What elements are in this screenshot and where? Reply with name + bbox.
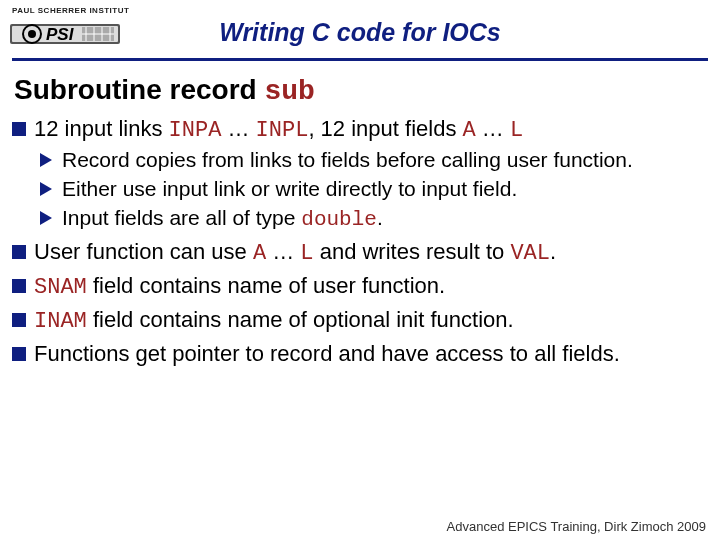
- subtitle-text: Subroutine record: [14, 74, 264, 105]
- slide-header: PAUL SCHERRER INSTITUT PSI Writing C cod…: [0, 0, 720, 58]
- code-inpa: INPA: [169, 118, 222, 143]
- text: User function can use: [34, 239, 253, 264]
- text: , 12 input fields: [308, 116, 462, 141]
- text: 12 input links: [34, 116, 169, 141]
- divider: [12, 58, 708, 61]
- text: Input fields are all of type: [62, 206, 301, 229]
- code-inpl: INPL: [256, 118, 309, 143]
- text: …: [221, 116, 255, 141]
- text: field contains name of user function.: [87, 273, 445, 298]
- code-double: double: [301, 208, 377, 231]
- code-val: VAL: [510, 241, 550, 266]
- code-a: A: [463, 118, 476, 143]
- slide-body: 12 input links INPA … INPL, 12 input fie…: [0, 115, 720, 368]
- slide-title: Writing C code for IOCs: [0, 18, 720, 47]
- code-l: L: [300, 241, 313, 266]
- bullet-2: User function can use A … L and writes r…: [0, 238, 720, 268]
- subtitle-code: sub: [264, 76, 314, 107]
- subbullet-2: Either use input link or write directly …: [0, 176, 720, 203]
- text: and writes result to: [314, 239, 511, 264]
- text: …: [476, 116, 510, 141]
- institute-name: PAUL SCHERRER INSTITUT: [12, 6, 129, 15]
- text: field contains name of optional init fun…: [87, 307, 514, 332]
- bullet-1: 12 input links INPA … INPL, 12 input fie…: [0, 115, 720, 145]
- bullet-4: INAM field contains name of optional ini…: [0, 306, 720, 336]
- bullet-3: SNAM field contains name of user functio…: [0, 272, 720, 302]
- slide-subtitle: Subroutine record sub: [14, 74, 720, 107]
- subbullet-1: Record copies from links to fields befor…: [0, 147, 720, 174]
- subbullet-3: Input fields are all of type double.: [0, 205, 720, 234]
- code-snam: SNAM: [34, 275, 87, 300]
- bullet-5: Functions get pointer to record and have…: [0, 340, 720, 368]
- text: .: [377, 206, 383, 229]
- text: …: [266, 239, 300, 264]
- code-l: L: [510, 118, 523, 143]
- code-a: A: [253, 241, 266, 266]
- slide-footer: Advanced EPICS Training, Dirk Zimoch 200…: [447, 519, 706, 534]
- text: .: [550, 239, 556, 264]
- code-inam: INAM: [34, 309, 87, 334]
